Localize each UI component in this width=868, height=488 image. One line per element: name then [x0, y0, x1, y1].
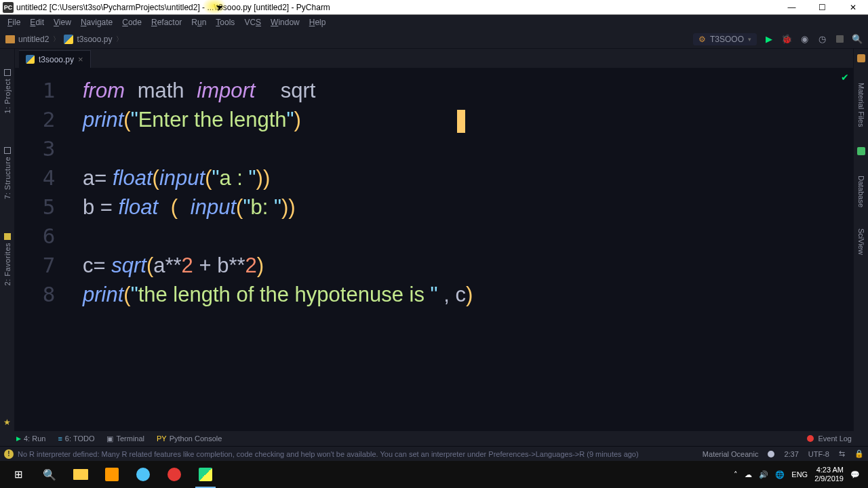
warning-icon[interactable]: !	[4, 449, 14, 459]
stop-button[interactable]	[834, 34, 845, 45]
encoding[interactable]: UTF-8	[808, 450, 829, 458]
python-icon	[64, 35, 73, 44]
pycharm-taskbar-button[interactable]	[190, 461, 221, 488]
terminal-tool[interactable]: ▣Terminal	[106, 434, 144, 443]
theme-label[interactable]: Material Oceanic	[703, 450, 759, 458]
onedrive-icon[interactable]: ☁	[745, 470, 752, 479]
window-title: untitled2 [C:\Users\t3so\PycharmProjects…	[16, 3, 330, 12]
breadcrumb-project: untitled2	[18, 35, 49, 44]
right-tool-stripe: Material Files Database SciView	[853, 49, 868, 431]
cursor-position[interactable]: 2:37	[784, 450, 798, 458]
editor-tabs: t3sooo.py ×	[15, 49, 853, 68]
code-area[interactable]: ✔ 1 2 3 4 5 6 7 8 from math import sqrt …	[15, 68, 853, 431]
run-config-label: T3SOOO	[710, 35, 744, 44]
menu-run[interactable]: Run	[186, 16, 211, 28]
line-separator[interactable]: ⇆	[839, 449, 845, 458]
python-icon	[26, 55, 35, 64]
menu-file[interactable]: File	[3, 16, 25, 28]
breadcrumb[interactable]: untitled2 〉 t3sooo.py 〉	[5, 35, 127, 44]
menu-edit[interactable]: Edit	[25, 16, 49, 28]
start-button[interactable]: ⊞	[3, 461, 34, 488]
project-tool[interactable]: 1: Project	[3, 69, 12, 113]
tab-t3sooo[interactable]: t3sooo.py ×	[19, 50, 91, 68]
folder-icon	[5, 35, 15, 43]
menu-view[interactable]: View	[49, 16, 76, 28]
structure-tool[interactable]: 7: Structure	[3, 147, 12, 199]
menu-navigate[interactable]: Navigate	[76, 16, 117, 28]
clock[interactable]: 4:23 AM 2/9/2019	[814, 466, 844, 483]
status-bar: ! No R interpreter defined: Many R relat…	[0, 446, 868, 461]
debug-button[interactable]: 🐞	[781, 34, 792, 45]
run-button[interactable]: ▶	[764, 34, 774, 45]
database-icon[interactable]	[857, 147, 865, 155]
database-tool[interactable]: Database	[857, 176, 865, 207]
star-icon[interactable]: ★	[3, 418, 11, 427]
windows-taskbar: ⊞ 🔍 ˄ ☁ 🔊 🌐 ENG 4:23 AM 2/9/2019 💬	[0, 461, 868, 488]
todo-tool[interactable]: ≡6: TODO	[58, 434, 94, 443]
chevron-down-icon: ▾	[748, 36, 751, 43]
sublime-button[interactable]	[96, 461, 127, 488]
notifications-icon[interactable]: 💬	[850, 470, 860, 479]
event-log-tool[interactable]: Event Log	[818, 434, 852, 443]
favorites-tool[interactable]: 2: Favorites	[3, 233, 12, 285]
editor: t3sooo.py × ✔ 1 2 3 4 5 6 7 8 from math …	[15, 49, 853, 431]
menu-window[interactable]: Window	[266, 16, 304, 28]
opera-button[interactable]	[159, 461, 190, 488]
gear-icon: ⚙	[698, 35, 706, 44]
left-tool-stripe: 1: Project 7: Structure 2: Favorites ★	[0, 49, 15, 431]
main-area: 1: Project 7: Structure 2: Favorites ★ t…	[0, 49, 868, 431]
menu-help[interactable]: Help	[304, 16, 331, 28]
python-console-tool[interactable]: PYPython Console	[157, 434, 222, 443]
theme-dot-icon[interactable]	[768, 451, 774, 458]
network-icon[interactable]: 🌐	[775, 470, 785, 479]
close-tab-icon[interactable]: ×	[78, 54, 83, 64]
search-button[interactable]: 🔍	[34, 461, 65, 488]
profile-button[interactable]: ◷	[816, 34, 827, 45]
run-tool[interactable]: ▶4: Run	[16, 434, 45, 443]
file-explorer-button[interactable]	[65, 461, 96, 488]
chevron-right-icon: 〉	[53, 35, 60, 44]
pycharm-icon: PC	[3, 2, 14, 13]
line-gutter: 1 2 3 4 5 6 7 8	[15, 68, 83, 431]
breadcrumb-file: t3sooo.py	[77, 35, 112, 44]
close-button[interactable]: ✕	[837, 0, 868, 15]
material-files-tool[interactable]: Material Files	[857, 83, 865, 127]
tab-label: t3sooo.py	[39, 55, 74, 64]
material-files-icon[interactable]	[857, 54, 865, 62]
maximize-button[interactable]: ☐	[807, 0, 837, 15]
search-button[interactable]: 🔍	[852, 34, 863, 45]
coverage-button[interactable]: ◉	[799, 34, 810, 45]
bottom-tool-tabs: ▶4: Run ≡6: TODO ▣Terminal PYPython Cons…	[0, 431, 868, 446]
minimize-button[interactable]: —	[776, 0, 807, 15]
app-button[interactable]	[127, 461, 159, 488]
sciview-tool[interactable]: SciView	[857, 228, 865, 255]
text-caret	[457, 110, 465, 133]
system-tray[interactable]: ˄ ☁ 🔊 🌐 ENG 4:23 AM 2/9/2019 💬	[734, 466, 865, 483]
menu-vcs[interactable]: VCS	[239, 16, 266, 28]
event-indicator-icon	[807, 435, 814, 442]
titlebar: PC untitled2 [C:\Users\t3so\PycharmProje…	[0, 0, 868, 15]
navigation-bar: untitled2 〉 t3sooo.py 〉 ⚙ T3SOOO ▾ ▶ 🐞 ◉…	[0, 30, 868, 49]
language-indicator[interactable]: ENG	[791, 470, 808, 479]
tray-chevron-icon[interactable]: ˄	[734, 470, 738, 479]
menu-code[interactable]: Code	[117, 16, 146, 28]
code-text[interactable]: from math import sqrt print("Enter the l…	[83, 68, 853, 431]
menu-tools[interactable]: Tools	[211, 16, 239, 28]
chevron-right-icon: 〉	[116, 35, 123, 44]
menu-bar: File Edit View Navigate Code Refactor Ru…	[0, 15, 868, 30]
lock-icon[interactable]: 🔒	[854, 449, 864, 458]
volume-icon[interactable]: 🔊	[759, 470, 768, 479]
status-message: No R interpreter defined: Many R related…	[18, 450, 639, 458]
menu-refactor[interactable]: Refactor	[146, 16, 186, 28]
run-config-selector[interactable]: ⚙ T3SOOO ▾	[693, 33, 757, 45]
